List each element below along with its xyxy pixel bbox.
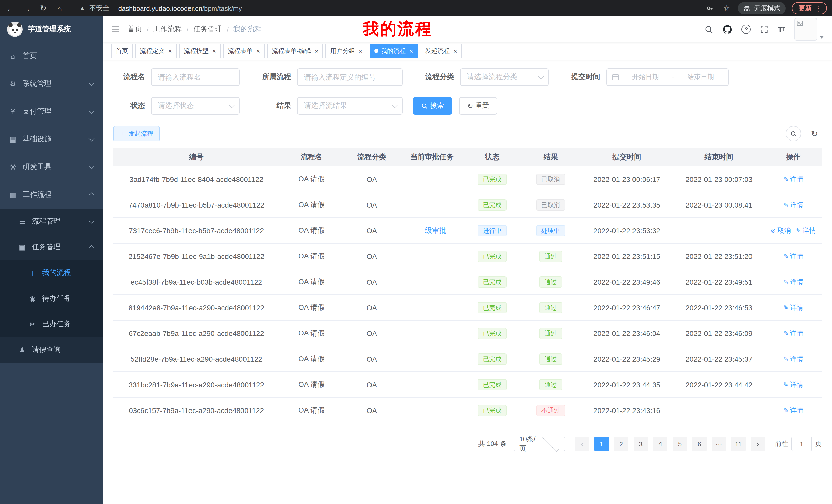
owner-process-input[interactable]: [297, 68, 402, 86]
bookmark-star-icon[interactable]: ☆: [722, 3, 732, 13]
result-select[interactable]: 请选择流结果: [297, 97, 402, 115]
sidebar-item-home[interactable]: ⌂首页: [0, 42, 103, 70]
forward-icon[interactable]: →: [22, 3, 32, 13]
table-search-toggle-icon[interactable]: [786, 126, 801, 141]
page-size-select[interactable]: 10条/页: [514, 437, 565, 451]
action-label: 详情: [790, 380, 803, 389]
tab-首页[interactable]: 首页: [111, 44, 133, 58]
sidebar-item-infrastructure[interactable]: ▤基础设施: [0, 125, 103, 153]
help-icon[interactable]: ?: [742, 25, 751, 34]
detail-action-link[interactable]: ✎详情: [783, 354, 803, 363]
process-name-input[interactable]: [151, 68, 240, 86]
table-refresh-icon[interactable]: ↻: [807, 127, 822, 141]
result-tag: 已取消: [536, 173, 565, 185]
detail-action-link[interactable]: ✎详情: [783, 329, 803, 338]
user-avatar-dropdown[interactable]: [795, 18, 824, 40]
page-button-6[interactable]: 6: [692, 437, 706, 451]
sidebar-item-done-task[interactable]: ✂已办任务: [0, 311, 103, 337]
cell-status: 已完成: [464, 397, 520, 423]
cell-submit-time: 2022-01-22 23:53:32: [581, 218, 673, 243]
tab-close-icon[interactable]: ×: [409, 48, 413, 54]
category-select[interactable]: 请选择流程分类: [460, 68, 549, 86]
tab-用户分组[interactable]: 用户分组×: [326, 44, 367, 58]
column-header: 当前审批任务: [400, 148, 464, 166]
tab-close-icon[interactable]: ×: [212, 48, 216, 54]
pagination-goto: 前往 页: [775, 437, 822, 451]
sidebar-item-workflow[interactable]: ▦工作流程: [0, 181, 103, 208]
back-icon[interactable]: ←: [5, 3, 16, 13]
tab-close-icon[interactable]: ×: [168, 48, 172, 54]
tab-流程模型[interactable]: 流程模型×: [179, 44, 220, 58]
breadcrumb-item[interactable]: 任务管理: [193, 25, 222, 34]
sidebar-item-todo-task[interactable]: ◉待办任务: [0, 286, 103, 311]
tab-流程表单[interactable]: 流程表单×: [223, 44, 265, 58]
address-bar[interactable]: ▲ 不安全 dashboard.yudao.iocoder.cn/bpm/tas…: [71, 4, 699, 13]
tab-流程表单-编辑[interactable]: 流程表单-编辑×: [267, 44, 323, 58]
prev-page-button[interactable]: ‹: [575, 437, 589, 451]
reload-icon[interactable]: ↻: [38, 3, 48, 13]
browser-menu-icon[interactable]: ⋮: [815, 4, 822, 12]
detail-action-link[interactable]: ✎详情: [783, 251, 803, 261]
detail-action-link[interactable]: ✎详情: [783, 277, 803, 286]
detail-action-link[interactable]: ✎详情: [783, 380, 803, 389]
cancel-action-link[interactable]: ⊘取消: [771, 226, 791, 235]
start-process-label: 发起流程: [129, 129, 153, 138]
detail-action-link[interactable]: ✎详情: [783, 303, 803, 312]
sidebar-item-process-management[interactable]: ☰流程管理: [0, 208, 103, 234]
page-button-1[interactable]: 1: [594, 437, 609, 451]
cell-result: 通过: [521, 269, 581, 295]
page-button-11[interactable]: 11: [731, 437, 746, 451]
cell-status: 已完成: [464, 346, 520, 372]
detail-action-link[interactable]: ✎详情: [783, 174, 803, 184]
sidebar-item-payment-management[interactable]: ¥支付管理: [0, 97, 103, 125]
sidebar-item-my-process[interactable]: ◫我的流程: [0, 260, 103, 286]
current-task-link[interactable]: 一级审批: [418, 226, 446, 234]
breadcrumb-item[interactable]: 工作流程: [153, 25, 182, 34]
next-page-button[interactable]: ›: [751, 437, 765, 451]
tab-close-icon[interactable]: ×: [453, 48, 457, 54]
start-process-button[interactable]: ＋ 发起流程: [113, 126, 160, 141]
breadcrumb-item[interactable]: 首页: [128, 25, 142, 34]
goto-page-input[interactable]: [791, 437, 812, 451]
search-button[interactable]: 搜索: [413, 97, 452, 115]
cell-status: 已完成: [464, 320, 520, 346]
hamburger-icon[interactable]: ☰: [111, 24, 119, 35]
key-icon[interactable]: [705, 3, 715, 13]
edit-icon: ✎: [783, 381, 788, 388]
detail-action-link[interactable]: ✎详情: [796, 226, 816, 235]
update-button[interactable]: 更新 ⋮: [792, 2, 827, 15]
tab-close-icon[interactable]: ×: [315, 48, 318, 54]
sidebar-item-system-management[interactable]: ⚙系统管理: [0, 70, 103, 97]
sidebar-item-devtools[interactable]: ⚒研发工具: [0, 153, 103, 181]
cell-submit-time: 2022-01-22 23:49:46: [581, 269, 673, 295]
submit-time-range-picker[interactable]: 开始日期 - 结束日期: [606, 68, 729, 86]
sidebar-item-task-management[interactable]: ▣任务管理: [0, 234, 103, 260]
update-label: 更新: [799, 4, 812, 13]
tab-我的流程[interactable]: 我的流程×: [370, 44, 418, 58]
fullscreen-icon[interactable]: [760, 25, 769, 33]
github-icon[interactable]: [723, 24, 732, 34]
page-button-3[interactable]: 3: [633, 437, 648, 451]
page-button-2[interactable]: 2: [614, 437, 628, 451]
font-size-icon[interactable]: TT: [778, 25, 785, 33]
sidebar-item-leave-query[interactable]: ♟请假查询: [0, 337, 103, 363]
tab-label: 我的流程: [381, 47, 406, 55]
search-icon[interactable]: [705, 25, 713, 34]
tab-发起流程[interactable]: 发起流程×: [420, 44, 462, 58]
table-toolbar-icons: ↻: [786, 126, 822, 141]
page-button-4[interactable]: 4: [653, 437, 668, 451]
home-icon[interactable]: ⌂: [54, 3, 65, 13]
cell-current-task: [400, 243, 464, 269]
column-header: 结束时间: [673, 148, 765, 166]
status-select[interactable]: 请选择状态: [151, 97, 240, 115]
detail-action-link[interactable]: ✎详情: [783, 200, 803, 209]
tab-流程定义[interactable]: 流程定义×: [135, 44, 177, 58]
app-logo-row[interactable]: 芋道管理系统: [0, 17, 103, 42]
status-tag: 已完成: [478, 250, 506, 262]
page-button-5[interactable]: 5: [673, 437, 687, 451]
column-header: 编号: [113, 148, 280, 166]
tab-close-icon[interactable]: ×: [256, 48, 260, 54]
reset-button[interactable]: ↻ 重置: [459, 97, 497, 115]
tab-close-icon[interactable]: ×: [359, 48, 363, 54]
detail-action-link[interactable]: ✎详情: [783, 405, 803, 415]
